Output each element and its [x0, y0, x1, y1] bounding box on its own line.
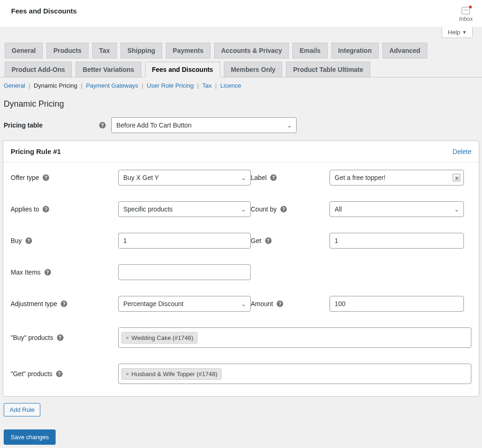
help-label: Help	[448, 29, 460, 36]
help-icon[interactable]: ?	[25, 237, 32, 244]
nav-tab[interactable]: Integration	[331, 43, 379, 58]
sub-nav-link[interactable]: General	[4, 82, 25, 89]
buy-input[interactable]	[118, 233, 251, 249]
help-icon[interactable]: ?	[270, 174, 277, 181]
rule-title: Pricing Rule #1	[11, 147, 61, 155]
count-by-select[interactable]: All	[330, 201, 464, 217]
pricing-table-select[interactable]: Before Add To Cart Button	[111, 117, 297, 133]
save-changes-button[interactable]: Save changes	[4, 429, 56, 445]
chevron-down-icon: ▼	[462, 30, 467, 35]
section-heading: Dynamic Pricing	[0, 94, 482, 117]
nav-tab[interactable]: Product Table Ultimate	[286, 62, 370, 77]
help-icon[interactable]: ?	[43, 174, 49, 181]
label-input[interactable]	[330, 170, 464, 186]
buy-label: Buy ?	[11, 237, 118, 244]
primary-nav: GeneralProductsTaxShippingPaymentsAccoun…	[0, 38, 482, 77]
buy-products-label: "Buy" products ?	[11, 327, 118, 348]
inbox-icon	[462, 7, 470, 14]
product-token[interactable]: ×Husband & Wife Topper (#1748)	[121, 368, 222, 380]
nav-tab[interactable]: Members Only	[224, 62, 282, 77]
get-label: Get ?	[251, 237, 330, 244]
applies-to-label: Applies to ?	[11, 205, 118, 213]
help-icon[interactable]: ?	[280, 206, 287, 212]
get-input[interactable]	[330, 233, 464, 249]
nav-tab[interactable]: Emails	[292, 43, 327, 58]
help-icon[interactable]: ?	[61, 301, 67, 307]
amount-input[interactable]	[330, 296, 464, 312]
buy-products-input[interactable]: ×Wedding Cake (#1746)	[118, 327, 471, 348]
nav-tab[interactable]: Products	[46, 43, 89, 58]
help-tab[interactable]: Help ▼	[442, 27, 473, 38]
nav-tab[interactable]: Payments	[166, 43, 210, 58]
pricing-table-label: Pricing table ?	[4, 122, 111, 129]
adjustment-type-label: Adjustment type ?	[11, 300, 118, 307]
sub-nav-link[interactable]: Licence	[220, 82, 241, 89]
nav-tab[interactable]: Accounts & Privacy	[214, 43, 289, 58]
help-icon[interactable]: ?	[265, 237, 272, 244]
product-token[interactable]: ×Wedding Cake (#1746)	[121, 332, 197, 344]
add-rule-button[interactable]: Add Rule	[4, 403, 40, 416]
inbox-label: Inbox	[459, 16, 473, 22]
offer-type-select[interactable]: Buy X Get Y	[118, 170, 251, 186]
max-items-input[interactable]	[118, 264, 251, 280]
input-indicator-icon: ▣	[453, 174, 460, 181]
remove-token-icon[interactable]: ×	[126, 371, 129, 378]
get-products-label: "Get" products ?	[11, 364, 118, 384]
nav-tab[interactable]: Advanced	[382, 43, 427, 58]
get-products-input[interactable]: ×Husband & Wife Topper (#1748)	[118, 364, 471, 384]
nav-tab[interactable]: Shipping	[120, 43, 162, 58]
nav-tab[interactable]: General	[5, 43, 43, 58]
delete-rule-link[interactable]: Delete	[453, 148, 471, 155]
sub-nav-link[interactable]: Payment Gateways	[86, 82, 138, 89]
sub-nav-link[interactable]: User Role Pricing	[147, 82, 194, 89]
applies-to-select[interactable]: Specific products	[118, 201, 251, 217]
amount-label: Amount ?	[251, 300, 330, 307]
remove-token-icon[interactable]: ×	[126, 334, 129, 341]
help-icon[interactable]: ?	[44, 269, 51, 275]
adjustment-type-select[interactable]: Percentage Discount	[118, 296, 251, 312]
nav-tab[interactable]: Fees and Discounts	[145, 62, 220, 77]
page-title: Fees and Discounts	[11, 7, 77, 15]
nav-tab[interactable]: Tax	[92, 43, 117, 58]
help-icon[interactable]: ?	[277, 301, 283, 307]
help-icon[interactable]: ?	[56, 371, 63, 377]
nav-tab[interactable]: Better Variations	[76, 62, 141, 77]
label-field-label: Label ?	[251, 174, 330, 181]
pricing-rule-panel: Pricing Rule #1 Delete Offer type ? Buy …	[3, 141, 479, 397]
nav-tab[interactable]: Product Add-Ons	[5, 62, 72, 77]
help-icon[interactable]: ?	[43, 206, 49, 212]
count-by-label: Count by ?	[251, 205, 330, 213]
sub-nav-current: Dynamic Pricing	[34, 82, 77, 89]
help-icon[interactable]: ?	[57, 334, 63, 341]
sub-nav: General | Dynamic Pricing | Payment Gate…	[0, 77, 482, 94]
sub-nav-link[interactable]: Tax	[202, 82, 211, 89]
inbox-button[interactable]: Inbox	[459, 7, 473, 22]
max-items-label: Max Items ?	[11, 269, 118, 276]
offer-type-label: Offer type ?	[11, 174, 118, 181]
help-icon[interactable]: ?	[99, 122, 106, 128]
